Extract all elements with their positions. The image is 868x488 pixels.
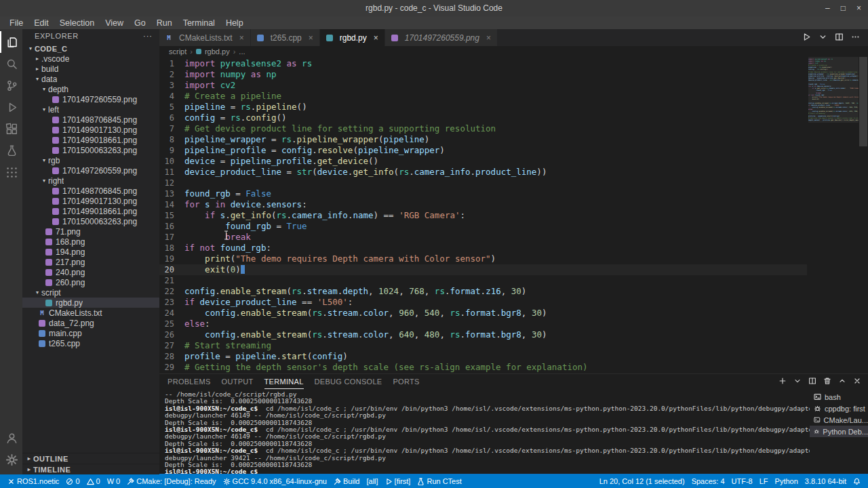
- close-icon[interactable]: ×: [486, 33, 491, 43]
- tree-item-194.png[interactable]: 194.png: [22, 247, 159, 257]
- code-line-16[interactable]: 16 found_rgb = True: [159, 221, 807, 232]
- tree-item-1701499018661.png[interactable]: 1701499018661.png: [22, 135, 159, 145]
- code-line-6[interactable]: 6config = rs.config(): [159, 113, 807, 123]
- code-line-28[interactable]: 28profile = pipeline.start(config): [159, 351, 807, 362]
- terminal-instance-bash[interactable]: bash: [810, 391, 868, 403]
- activity-extensions[interactable]: [0, 118, 22, 140]
- menu-help[interactable]: Help: [220, 18, 249, 28]
- menu-view[interactable]: View: [100, 18, 129, 28]
- run-button[interactable]: [802, 32, 811, 44]
- terminal-output[interactable]: -- /home/isl/code_c/script/rgbd.pyDepth …: [159, 389, 810, 474]
- code-line-15[interactable]: 15 if s.get_info(rs.camera_info.name) ==…: [159, 210, 807, 221]
- editor-scrollbar[interactable]: [859, 57, 867, 146]
- tree-item-240.png[interactable]: 240.png: [22, 267, 159, 277]
- panel-tab-output[interactable]: OUTPUT: [222, 374, 254, 389]
- panel-tab-ports[interactable]: PORTS: [393, 374, 419, 389]
- close-button[interactable]: [853, 375, 861, 388]
- tree-item-1701499018661.png[interactable]: 1701499018661.png: [22, 206, 159, 216]
- status-first[interactable]: [first]: [382, 474, 414, 488]
- status-bell[interactable]: [850, 474, 864, 488]
- breadcrumb-item[interactable]: rgbd.py: [205, 47, 230, 56]
- activity-source-control[interactable]: [0, 75, 22, 96]
- activity-testing[interactable]: [0, 140, 22, 161]
- tree-item-right[interactable]: ▾right: [22, 176, 159, 186]
- terminal-instance-python-deb-[interactable]: Python Deb...: [810, 426, 868, 437]
- tree-item-217.png[interactable]: 217.png: [22, 257, 159, 267]
- code-line-29[interactable]: 29# Getting the depth sensor's depth sca…: [159, 362, 807, 373]
- code-line-2[interactable]: 2import numpy as np: [159, 69, 807, 80]
- menu-selection[interactable]: Selection: [54, 18, 100, 28]
- chevron-down-button[interactable]: [793, 375, 802, 388]
- tab-1701497260559.png[interactable]: 1701497260559.png×: [385, 29, 498, 46]
- code-line-13[interactable]: 13found_rgb = False: [159, 188, 807, 199]
- status-run-ctest[interactable]: Run CTest: [414, 474, 465, 488]
- tree-item-build[interactable]: ▸build: [22, 64, 159, 74]
- status-utf-8[interactable]: UTF-8: [728, 474, 756, 488]
- tree-item-code_c[interactable]: ▾CODE_C: [22, 43, 159, 54]
- tab-rgbd.py[interactable]: rgbd.py×: [320, 29, 385, 46]
- menu-edit[interactable]: Edit: [28, 18, 54, 28]
- panel-tab-terminal[interactable]: TERMINAL: [264, 374, 304, 389]
- code-line-24[interactable]: 24 config.enable_stream(rs.stream.color,…: [159, 308, 807, 319]
- tree-item-1701500063263.png[interactable]: 1701500063263.png: [22, 216, 159, 226]
- tree-item-left[interactable]: ▾left: [22, 104, 159, 115]
- code-line-23[interactable]: 23if device_product_line == 'L500':: [159, 297, 807, 308]
- plus-button[interactable]: [778, 375, 787, 388]
- tree-item-rgb[interactable]: ▾rgb: [22, 155, 159, 165]
- tree-item-script[interactable]: ▾script: [22, 287, 159, 298]
- tree-item-1701499017130.png[interactable]: 1701499017130.png: [22, 125, 159, 135]
- code-line-1[interactable]: 1import pyrealsense2 as rs: [159, 58, 807, 69]
- code-line-20[interactable]: 20 exit(0): [159, 264, 807, 275]
- code-line-10[interactable]: 10device = pipeline_profile.get_device(): [159, 156, 807, 167]
- code-line-4[interactable]: 4# Create a pipeline: [159, 91, 807, 102]
- panel-tab-problems[interactable]: PROBLEMS: [167, 374, 211, 389]
- code-line-8[interactable]: 8pipeline_wrapper = rs.pipeline_wrapper(…: [159, 134, 807, 145]
- code-line-18[interactable]: 18if not found_rgb:: [159, 243, 807, 253]
- code-line-27[interactable]: 27# Start streaming: [159, 340, 807, 351]
- timeline-section[interactable]: ▸ TIMELINE: [22, 464, 159, 474]
- tree-item-data[interactable]: ▾data: [22, 74, 159, 84]
- code-line-22[interactable]: 22config.enable_stream(rs.stream.depth, …: [159, 286, 807, 297]
- terminal-instance-cppdbg-first[interactable]: cppdbg: first: [810, 403, 868, 414]
- status-ln-20-col-12-1-selected[interactable]: Ln 20, Col 12 (1 selected): [596, 474, 688, 488]
- menu-file[interactable]: File: [4, 18, 28, 28]
- tree-item-main.cpp[interactable]: main.cpp: [22, 328, 159, 338]
- status-3-8-10-64-bit[interactable]: 3.8.10 64-bit: [802, 474, 850, 488]
- terminal-instance-cmake-lau-[interactable]: CMake/Lau...: [810, 414, 868, 426]
- menu-go[interactable]: Go: [129, 18, 151, 28]
- code-line-14[interactable]: 14for s in device.sensors:: [159, 199, 807, 210]
- tree-item-depth[interactable]: ▾depth: [22, 84, 159, 94]
- code-line-3[interactable]: 3import cv2: [159, 80, 807, 91]
- activity-run-debug[interactable]: [0, 96, 22, 118]
- tree-item-1701500063263.png[interactable]: 1701500063263.png: [22, 145, 159, 155]
- code-line-11[interactable]: 11device_product_line = str(device.get_i…: [159, 167, 807, 178]
- activity-settings[interactable]: [0, 449, 22, 470]
- tree-item-t265.cpp[interactable]: t265.cpp: [22, 338, 159, 348]
- panel-tab-debug-console[interactable]: DEBUG CONSOLE: [315, 374, 382, 389]
- tree-item-1701498706845.png[interactable]: 1701498706845.png: [22, 186, 159, 196]
- code-line-17[interactable]: 17 break: [159, 232, 807, 243]
- activity-ros[interactable]: [0, 161, 22, 183]
- menu-run[interactable]: Run: [151, 18, 178, 28]
- code-line-19[interactable]: 19 print("The demo requires Depth camera…: [159, 253, 807, 264]
- close-icon[interactable]: ×: [374, 33, 378, 43]
- activity-search[interactable]: [0, 53, 22, 75]
- status-lf[interactable]: LF: [756, 474, 772, 488]
- status-0[interactable]: 0: [83, 474, 104, 488]
- status-cmake-debug-ready[interactable]: CMake: [Debug]: Ready: [123, 474, 219, 488]
- tab-cmakelists.txt[interactable]: MCMakeLists.txt×: [159, 29, 251, 46]
- close-button[interactable]: ×: [856, 3, 861, 13]
- more-actions-icon[interactable]: ···: [143, 29, 153, 43]
- code-line-25[interactable]: 25else:: [159, 319, 807, 329]
- minimize-button[interactable]: –: [825, 3, 830, 13]
- code-line-5[interactable]: 5pipeline = rs.pipeline(): [159, 102, 807, 113]
- code-line-7[interactable]: 7# Get device product line for setting a…: [159, 123, 807, 134]
- maximize-button[interactable]: □: [841, 3, 846, 13]
- tree-item-cmakelists.txt[interactable]: MCMakeLists.txt: [22, 308, 159, 318]
- status-gcc-9-4-0-x86-64-linux-gnu[interactable]: GCC 9.4.0 x86_64-linux-gnu: [220, 474, 330, 488]
- breadcrumb-item[interactable]: script: [169, 47, 186, 56]
- close-icon[interactable]: ×: [239, 33, 244, 43]
- trash-button[interactable]: [823, 375, 831, 388]
- status-build[interactable]: Build: [330, 474, 363, 488]
- code-line-30[interactable]: 30depth_sensor = profile.get_device().fi…: [159, 373, 807, 373]
